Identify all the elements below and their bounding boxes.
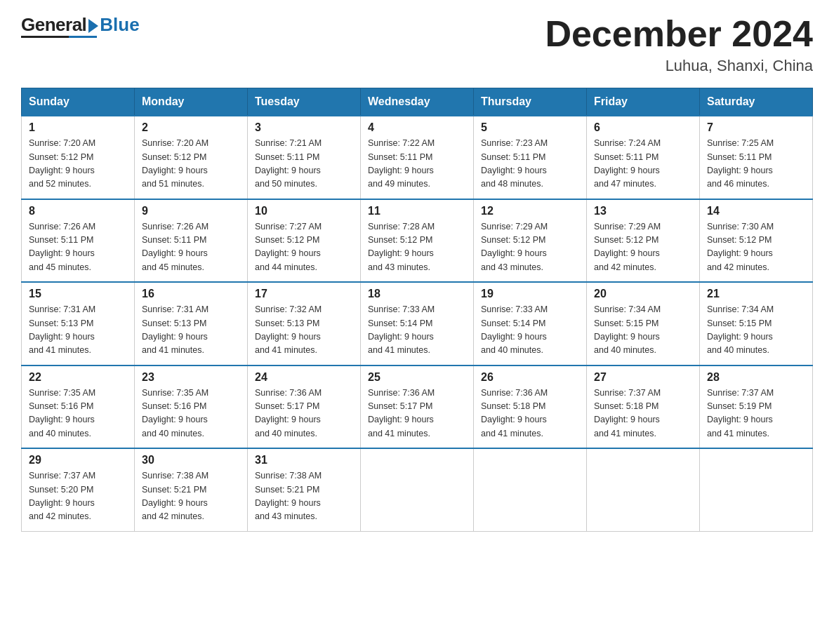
calendar-day-cell: 8 Sunrise: 7:26 AM Sunset: 5:11 PM Dayli… <box>22 199 135 283</box>
calendar-day-cell: 5 Sunrise: 7:23 AM Sunset: 5:11 PM Dayli… <box>474 116 587 199</box>
day-info: Sunrise: 7:24 AM Sunset: 5:11 PM Dayligh… <box>594 137 692 192</box>
calendar-day-cell: 2 Sunrise: 7:20 AM Sunset: 5:12 PM Dayli… <box>135 116 248 199</box>
day-info: Sunrise: 7:29 AM Sunset: 5:12 PM Dayligh… <box>594 220 692 275</box>
page-header: General Blue December 2024 Luhua, Shanxi… <box>21 14 813 75</box>
logo-blue-text: Blue <box>100 14 139 36</box>
day-info: Sunrise: 7:37 AM Sunset: 5:18 PM Dayligh… <box>594 387 692 441</box>
calendar-day-cell: 7 Sunrise: 7:25 AM Sunset: 5:11 PM Dayli… <box>700 116 813 199</box>
day-info: Sunrise: 7:25 AM Sunset: 5:11 PM Dayligh… <box>707 137 805 192</box>
day-number: 10 <box>255 205 353 217</box>
day-info: Sunrise: 7:37 AM Sunset: 5:19 PM Dayligh… <box>707 387 805 441</box>
day-info: Sunrise: 7:21 AM Sunset: 5:11 PM Dayligh… <box>255 137 353 192</box>
location-text: Luhua, Shanxi, China <box>545 57 813 75</box>
day-info: Sunrise: 7:22 AM Sunset: 5:11 PM Dayligh… <box>368 137 466 192</box>
day-number: 31 <box>255 454 353 467</box>
day-number: 7 <box>707 121 805 134</box>
calendar-week-row: 22 Sunrise: 7:35 AM Sunset: 5:16 PM Dayl… <box>22 365 813 449</box>
day-number: 1 <box>29 121 127 134</box>
day-info: Sunrise: 7:36 AM Sunset: 5:18 PM Dayligh… <box>481 387 579 441</box>
day-number: 13 <box>594 205 692 217</box>
day-info: Sunrise: 7:20 AM Sunset: 5:12 PM Dayligh… <box>29 137 127 192</box>
day-number: 5 <box>481 121 579 134</box>
day-info: Sunrise: 7:32 AM Sunset: 5:13 PM Dayligh… <box>255 303 353 358</box>
day-info: Sunrise: 7:29 AM Sunset: 5:12 PM Dayligh… <box>481 220 579 275</box>
calendar-day-cell: 15 Sunrise: 7:31 AM Sunset: 5:13 PM Dayl… <box>22 282 135 365</box>
day-info: Sunrise: 7:23 AM Sunset: 5:11 PM Dayligh… <box>481 137 579 192</box>
day-info: Sunrise: 7:35 AM Sunset: 5:16 PM Dayligh… <box>142 387 240 441</box>
calendar-day-cell: 9 Sunrise: 7:26 AM Sunset: 5:11 PM Dayli… <box>135 199 248 283</box>
col-header-sunday: Sunday <box>22 88 135 116</box>
day-info: Sunrise: 7:27 AM Sunset: 5:12 PM Dayligh… <box>255 220 353 275</box>
logo-underline-blue <box>69 36 97 38</box>
day-number: 22 <box>29 371 127 384</box>
logo-arrow-icon <box>88 19 98 33</box>
calendar-day-cell: 31 Sunrise: 7:38 AM Sunset: 5:21 PM Dayl… <box>248 448 361 531</box>
calendar-day-cell: 10 Sunrise: 7:27 AM Sunset: 5:12 PM Dayl… <box>248 199 361 283</box>
day-number: 3 <box>255 121 353 134</box>
calendar-day-cell: 11 Sunrise: 7:28 AM Sunset: 5:12 PM Dayl… <box>361 199 474 283</box>
col-header-saturday: Saturday <box>700 88 813 116</box>
day-number: 27 <box>594 371 692 384</box>
calendar-day-cell: 3 Sunrise: 7:21 AM Sunset: 5:11 PM Dayli… <box>248 116 361 199</box>
day-number: 17 <box>255 288 353 300</box>
calendar-day-cell: 13 Sunrise: 7:29 AM Sunset: 5:12 PM Dayl… <box>587 199 700 283</box>
day-info: Sunrise: 7:38 AM Sunset: 5:21 PM Dayligh… <box>142 469 240 524</box>
calendar-week-row: 15 Sunrise: 7:31 AM Sunset: 5:13 PM Dayl… <box>22 282 813 365</box>
calendar-day-cell: 28 Sunrise: 7:37 AM Sunset: 5:19 PM Dayl… <box>700 365 813 449</box>
day-number: 6 <box>594 121 692 134</box>
day-number: 8 <box>29 205 127 217</box>
empty-cell <box>700 448 813 531</box>
logo-underline-general <box>21 36 69 38</box>
calendar-day-cell: 24 Sunrise: 7:36 AM Sunset: 5:17 PM Dayl… <box>248 365 361 449</box>
day-info: Sunrise: 7:31 AM Sunset: 5:13 PM Dayligh… <box>29 303 127 358</box>
calendar-day-cell: 16 Sunrise: 7:31 AM Sunset: 5:13 PM Dayl… <box>135 282 248 365</box>
col-header-wednesday: Wednesday <box>361 88 474 116</box>
day-number: 15 <box>29 288 127 300</box>
day-number: 29 <box>29 454 127 467</box>
calendar-day-cell: 20 Sunrise: 7:34 AM Sunset: 5:15 PM Dayl… <box>587 282 700 365</box>
day-info: Sunrise: 7:33 AM Sunset: 5:14 PM Dayligh… <box>481 303 579 358</box>
day-number: 18 <box>368 288 466 300</box>
empty-cell <box>361 448 474 531</box>
day-number: 11 <box>368 205 466 217</box>
day-info: Sunrise: 7:31 AM Sunset: 5:13 PM Dayligh… <box>142 303 240 358</box>
day-info: Sunrise: 7:36 AM Sunset: 5:17 PM Dayligh… <box>368 387 466 441</box>
day-info: Sunrise: 7:38 AM Sunset: 5:21 PM Dayligh… <box>255 469 353 524</box>
calendar-day-cell: 6 Sunrise: 7:24 AM Sunset: 5:11 PM Dayli… <box>587 116 700 199</box>
col-header-monday: Monday <box>135 88 248 116</box>
calendar-day-cell: 27 Sunrise: 7:37 AM Sunset: 5:18 PM Dayl… <box>587 365 700 449</box>
empty-cell <box>587 448 700 531</box>
day-number: 28 <box>707 371 805 384</box>
day-number: 26 <box>481 371 579 384</box>
empty-cell <box>474 448 587 531</box>
day-info: Sunrise: 7:36 AM Sunset: 5:17 PM Dayligh… <box>255 387 353 441</box>
calendar-day-cell: 26 Sunrise: 7:36 AM Sunset: 5:18 PM Dayl… <box>474 365 587 449</box>
day-number: 21 <box>707 288 805 300</box>
day-info: Sunrise: 7:20 AM Sunset: 5:12 PM Dayligh… <box>142 137 240 192</box>
day-number: 19 <box>481 288 579 300</box>
title-block: December 2024 Luhua, Shanxi, China <box>545 14 813 75</box>
day-number: 2 <box>142 121 240 134</box>
month-title: December 2024 <box>545 14 813 54</box>
col-header-friday: Friday <box>587 88 700 116</box>
calendar-day-cell: 29 Sunrise: 7:37 AM Sunset: 5:20 PM Dayl… <box>22 448 135 531</box>
calendar-day-cell: 19 Sunrise: 7:33 AM Sunset: 5:14 PM Dayl… <box>474 282 587 365</box>
day-info: Sunrise: 7:34 AM Sunset: 5:15 PM Dayligh… <box>594 303 692 358</box>
calendar-day-cell: 21 Sunrise: 7:34 AM Sunset: 5:15 PM Dayl… <box>700 282 813 365</box>
day-number: 12 <box>481 205 579 217</box>
day-number: 20 <box>594 288 692 300</box>
calendar-day-cell: 4 Sunrise: 7:22 AM Sunset: 5:11 PM Dayli… <box>361 116 474 199</box>
day-number: 24 <box>255 371 353 384</box>
calendar-day-cell: 14 Sunrise: 7:30 AM Sunset: 5:12 PM Dayl… <box>700 199 813 283</box>
logo-general-text: General <box>21 14 86 36</box>
col-header-thursday: Thursday <box>474 88 587 116</box>
calendar-day-cell: 17 Sunrise: 7:32 AM Sunset: 5:13 PM Dayl… <box>248 282 361 365</box>
day-info: Sunrise: 7:26 AM Sunset: 5:11 PM Dayligh… <box>29 220 127 275</box>
day-number: 25 <box>368 371 466 384</box>
calendar-day-cell: 12 Sunrise: 7:29 AM Sunset: 5:12 PM Dayl… <box>474 199 587 283</box>
calendar-day-cell: 18 Sunrise: 7:33 AM Sunset: 5:14 PM Dayl… <box>361 282 474 365</box>
day-number: 16 <box>142 288 240 300</box>
col-header-tuesday: Tuesday <box>248 88 361 116</box>
day-number: 14 <box>707 205 805 217</box>
day-info: Sunrise: 7:34 AM Sunset: 5:15 PM Dayligh… <box>707 303 805 358</box>
